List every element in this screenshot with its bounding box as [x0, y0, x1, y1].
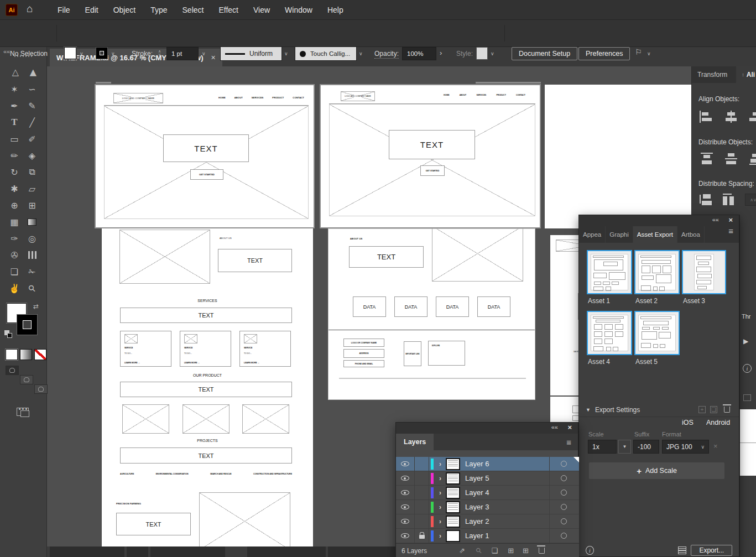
asset-thumbnail[interactable]: [587, 311, 632, 355]
service-card[interactable]: SERVICE TO DO... LEARN MORE →: [120, 331, 171, 367]
illustrator-logo-icon[interactable]: Ai: [6, 4, 18, 16]
tab-artboards[interactable]: Artboa: [677, 226, 705, 243]
hand-tool[interactable]: ✌: [6, 280, 23, 296]
menu-effect[interactable]: Effect: [218, 6, 238, 14]
layer-row[interactable]: › Layer 4: [396, 486, 579, 500]
lasso-tool[interactable]: ∽: [23, 81, 41, 97]
draw-behind-button[interactable]: [20, 375, 33, 384]
stroke-color-swatch[interactable]: [96, 47, 108, 59]
edit-toolbar-icon[interactable]: •••: [0, 405, 47, 412]
color-mode-button[interactable]: [6, 349, 18, 360]
line-segment-tool[interactable]: ╱: [23, 114, 41, 131]
footer-phone-box[interactable]: PHONE AND EMAIL: [343, 360, 384, 367]
spacing-value-stepper[interactable]: ∧∨: [745, 194, 756, 206]
layer-thumbnail[interactable]: [446, 458, 460, 470]
android-preset-button[interactable]: Android: [706, 419, 730, 426]
layer-row[interactable]: › Layer 1: [396, 529, 579, 543]
distribute-top-button[interactable]: [700, 153, 714, 165]
vertical-spacing-button[interactable]: [700, 194, 714, 206]
visibility-toggle[interactable]: [396, 529, 415, 543]
lock-toggle[interactable]: [415, 471, 429, 485]
duplicate-asset-icon[interactable]: ❏: [710, 406, 717, 413]
puppet-warp-tool[interactable]: ✱: [6, 180, 23, 197]
scale-field[interactable]: 1x: [588, 440, 617, 454]
export-settings-header[interactable]: ▼ Export Settings + ❏: [579, 403, 739, 417]
draw-inside-button[interactable]: [34, 384, 48, 394]
rectangle-tool[interactable]: ▭: [6, 131, 23, 147]
image-placeholder[interactable]: [242, 404, 289, 434]
new-layer-icon[interactable]: ⊞: [523, 546, 529, 555]
collapse-panel-icon[interactable]: ««: [712, 216, 719, 223]
layer-thumbnail[interactable]: [446, 530, 460, 542]
preferences-button[interactable]: Preferences: [578, 47, 630, 60]
opacity-field[interactable]: 100%: [402, 47, 436, 60]
layer-row[interactable]: › Layer 2: [396, 514, 579, 529]
add-asset-icon[interactable]: +: [698, 406, 706, 413]
target-circle-icon[interactable]: [561, 490, 567, 496]
panel-menu-icon[interactable]: ≡: [566, 438, 571, 447]
visibility-toggle[interactable]: [396, 500, 415, 514]
stroke-label[interactable]: Stroke:: [132, 50, 153, 59]
layer-name[interactable]: Layer 5: [465, 474, 561, 482]
mesh-tool[interactable]: ▦: [6, 214, 23, 230]
menu-type[interactable]: Type: [150, 6, 167, 14]
chevron-down-icon[interactable]: ∨: [491, 51, 494, 56]
new-sublayer-icon[interactable]: ⊞: [508, 546, 514, 555]
gradient-mode-button[interactable]: [20, 349, 32, 360]
pen-tool[interactable]: ✒: [6, 97, 23, 114]
hero-text-box[interactable]: TEXT: [163, 134, 249, 162]
symbol-sprayer-tool[interactable]: ✇: [6, 247, 23, 263]
stroke-weight-stepper[interactable]: ∧∨: [158, 50, 161, 56]
panel-menu-icon[interactable]: ≡: [728, 226, 733, 243]
asset-thumbnail[interactable]: [682, 250, 726, 294]
tab-transform[interactable]: Transform: [692, 66, 733, 83]
footer-link-box[interactable]: IMPORTANT LINK: [404, 341, 421, 366]
layer-thumbnail[interactable]: [446, 487, 460, 499]
pointer-options-icon[interactable]: ⚐: [635, 48, 642, 56]
free-transform-tool[interactable]: ▱: [23, 180, 41, 197]
menu-file[interactable]: File: [58, 6, 70, 14]
image-placeholder[interactable]: [122, 404, 169, 434]
brush-definition[interactable]: Touch Callig...: [295, 46, 357, 61]
collect-for-export-icon[interactable]: ⇗: [459, 546, 465, 555]
target-circle-icon[interactable]: [561, 475, 567, 481]
expand-chevron-icon[interactable]: ›: [439, 460, 441, 468]
service-card[interactable]: SERVICE TO DO... LEARN MORE →: [239, 331, 291, 367]
menu-edit[interactable]: Edit: [85, 6, 98, 14]
asset-thumbnail[interactable]: [634, 250, 680, 294]
text-block[interactable]: TEXT: [349, 246, 424, 268]
paintbrush-tool[interactable]: ✐: [23, 131, 41, 147]
chevron-down-icon[interactable]: ∨: [284, 51, 288, 56]
zoom-tool[interactable]: ⚲: [23, 280, 41, 296]
list-view-icon[interactable]: [678, 546, 687, 554]
layer-name[interactable]: Layer 2: [465, 517, 561, 525]
menu-view[interactable]: View: [253, 6, 270, 14]
asset-label[interactable]: Asset 2: [635, 297, 658, 305]
chevron-down-icon[interactable]: ∨: [359, 51, 363, 56]
chevron-right-icon[interactable]: ›: [440, 49, 442, 57]
tab-appearance[interactable]: Appea: [579, 226, 606, 243]
gradient-tool[interactable]: [23, 214, 41, 230]
style-swatch[interactable]: [476, 47, 488, 60]
asset-label[interactable]: Asset 1: [588, 297, 610, 305]
lock-toggle[interactable]: [415, 529, 429, 543]
stroke-weight-field[interactable]: 1 pt: [166, 47, 199, 60]
eraser-tool[interactable]: ◈: [23, 147, 41, 164]
hero-text-box[interactable]: TEXT: [389, 130, 475, 159]
rotate-tool[interactable]: ↻: [6, 164, 23, 180]
close-icon[interactable]: ×: [211, 53, 216, 62]
data-box[interactable]: DATA: [394, 296, 427, 317]
visibility-toggle[interactable]: [396, 514, 415, 528]
layer-name[interactable]: Layer 6: [465, 460, 561, 468]
menu-object[interactable]: Object: [113, 6, 135, 14]
text-block[interactable]: TEXT: [218, 249, 292, 272]
visibility-toggle[interactable]: [396, 486, 415, 499]
tab-asset-export[interactable]: Asset Export: [633, 226, 677, 243]
expand-arrow-icon[interactable]: ▶: [743, 337, 748, 345]
eyedropper-tool[interactable]: ✑: [6, 230, 23, 247]
info-icon[interactable]: i: [586, 546, 594, 555]
draw-normal-button[interactable]: [6, 366, 19, 375]
visibility-toggle[interactable]: [396, 471, 415, 485]
align-center-button[interactable]: [724, 111, 738, 123]
ios-preset-button[interactable]: iOS: [682, 419, 694, 426]
